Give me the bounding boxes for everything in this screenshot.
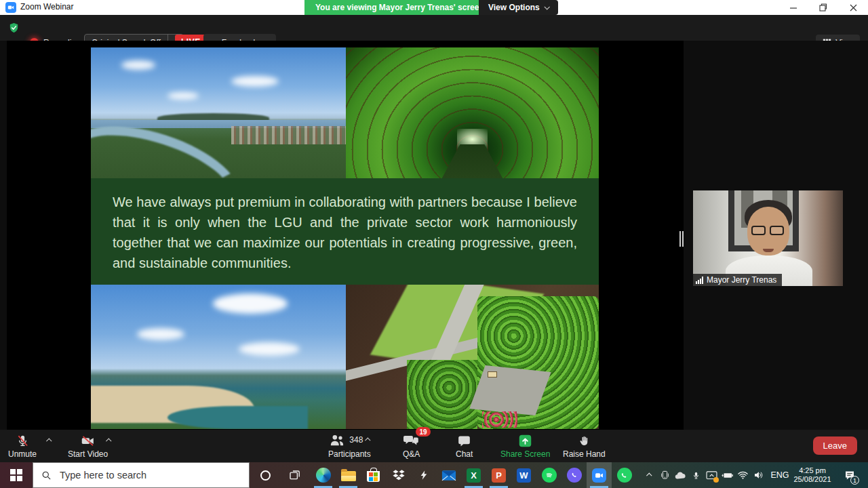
taskbar-zoom[interactable] (587, 462, 612, 488)
close-button[interactable] (838, 0, 868, 15)
excel-icon: X (467, 468, 481, 483)
taskbar-spotify[interactable] (536, 462, 561, 488)
microphone-icon (692, 470, 701, 481)
zoom-webinar-window: Zoom Webinar You are viewing Mayor Jerry… (0, 0, 868, 488)
search-input[interactable] (58, 469, 221, 481)
spotify-icon (542, 468, 557, 483)
volume-tray[interactable] (751, 462, 766, 488)
security-shield-icon[interactable] (8, 22, 20, 37)
task-view-button[interactable] (279, 462, 309, 488)
taskbar-excel[interactable]: X (461, 462, 486, 488)
participants-count: 348 (349, 435, 363, 445)
slide-image-park-render (346, 285, 599, 429)
chat-button[interactable]: Chat (456, 432, 473, 459)
window-title: Zoom Webinar (20, 2, 73, 12)
screen-share-tray[interactable] (704, 462, 719, 488)
presentation-slide: We have always put premium in collaborat… (91, 47, 599, 429)
leave-button[interactable]: Leave (813, 436, 857, 455)
unmute-button[interactable]: Unmute (8, 432, 37, 459)
panel-resize-handle[interactable] (679, 231, 684, 247)
cortana-icon (260, 470, 271, 481)
battery-icon (721, 471, 734, 480)
onedrive-cloud-icon (674, 470, 687, 480)
share-screen-button[interactable]: Share Screen (500, 432, 550, 459)
tray-expand-button[interactable] (642, 462, 657, 488)
restore-button[interactable] (808, 0, 838, 15)
word-icon: W (517, 468, 531, 483)
view-options-button[interactable]: View Options (479, 0, 558, 15)
powerpoint-icon: P (492, 468, 506, 483)
edge-icon (316, 468, 331, 483)
slide-image-green-tunnel (346, 47, 599, 178)
slide-text-band: We have always put premium in collaborat… (91, 178, 599, 285)
clock-date: 25/08/2021 (793, 475, 831, 484)
windows-taskbar: X P W (0, 462, 868, 488)
taskbar-viber[interactable] (561, 462, 587, 488)
task-view-icon (288, 469, 301, 482)
minimize-button[interactable] (778, 0, 808, 15)
mail-icon (441, 470, 456, 481)
participants-button[interactable]: 348 Participants (328, 432, 371, 459)
viewing-banner: You are viewing Mayor Jerry Trenas' scre… (304, 0, 495, 15)
chat-icon (457, 432, 471, 448)
share-screen-icon (518, 432, 532, 448)
mic-muted-icon (16, 432, 30, 448)
raise-hand-icon (578, 432, 591, 448)
taskbar-powerpoint[interactable]: P (486, 462, 511, 488)
chevron-down-icon (544, 4, 549, 9)
your-phone-tray[interactable] (657, 462, 673, 488)
microsoft-store-icon (367, 471, 380, 482)
qa-icon (403, 434, 420, 448)
zoom-app-icon (5, 2, 16, 13)
taskbar-store[interactable] (361, 462, 386, 488)
phone-link-icon (660, 469, 670, 481)
zoom-icon (592, 468, 606, 483)
shared-screen-canvas: We have always put premium in collaborat… (7, 41, 684, 430)
slide-image-aerial-river (91, 47, 346, 178)
notification-dot (713, 477, 719, 483)
shared-screen-stage: We have always put premium in collaborat… (0, 41, 868, 430)
participants-chevron[interactable] (365, 437, 370, 443)
speaker-icon (753, 470, 764, 480)
taskbar-whatsapp[interactable] (612, 462, 637, 488)
slide-image-coastline (91, 285, 346, 429)
file-explorer-icon (341, 471, 356, 481)
glasses (751, 226, 785, 236)
system-tray (642, 462, 766, 488)
onedrive-tray[interactable] (673, 462, 688, 488)
lightning-icon (418, 468, 429, 482)
taskbar-pinned-apps: X P W (311, 462, 637, 488)
search-icon (41, 470, 52, 481)
windows-logo-icon (10, 469, 22, 481)
start-video-button[interactable]: Start Video (68, 432, 108, 459)
battery-tray[interactable] (719, 462, 735, 488)
whatsapp-icon (617, 468, 632, 483)
viewing-banner-text: You are viewing Mayor Jerry Trenas' scre… (315, 3, 484, 12)
audio-options-chevron[interactable] (46, 438, 52, 443)
cortana-button[interactable] (251, 462, 279, 488)
taskbar-file-explorer[interactable] (336, 462, 361, 488)
clock-time: 4:25 pm (799, 466, 826, 475)
raise-hand-button[interactable]: Raise Hand (563, 432, 606, 459)
taskbar-search[interactable] (33, 462, 250, 488)
participant-name-label: Mayor Jerry Trenas (693, 274, 782, 286)
taskbar-edge[interactable] (311, 462, 336, 488)
participant-video-tile[interactable] (693, 190, 843, 286)
start-button[interactable] (0, 462, 33, 488)
qa-button[interactable]: 19 Q&A (403, 432, 420, 459)
microphone-tray[interactable] (688, 462, 704, 488)
taskbar-word[interactable]: W (511, 462, 536, 488)
taskbar-dropbox[interactable] (386, 462, 411, 488)
meeting-toolbar: Recording Original Sound: Off LIVE on Fa… (0, 15, 868, 41)
zoom-control-bar: Unmute Start Video 348 Participants 19 Q… (0, 430, 868, 462)
taskbar-mail[interactable] (436, 462, 461, 488)
taskbar-lightning-app[interactable] (411, 462, 436, 488)
taskbar-clock[interactable]: 4:25 pm 25/08/2021 (789, 462, 836, 488)
signal-bars-icon (696, 277, 704, 284)
action-center-button[interactable]: 1 (838, 462, 861, 488)
dropbox-icon (391, 468, 406, 482)
wifi-tray[interactable] (735, 462, 751, 488)
title-bar: Zoom Webinar You are viewing Mayor Jerry… (0, 0, 868, 15)
wifi-icon (737, 470, 749, 480)
participants-icon (328, 433, 346, 447)
